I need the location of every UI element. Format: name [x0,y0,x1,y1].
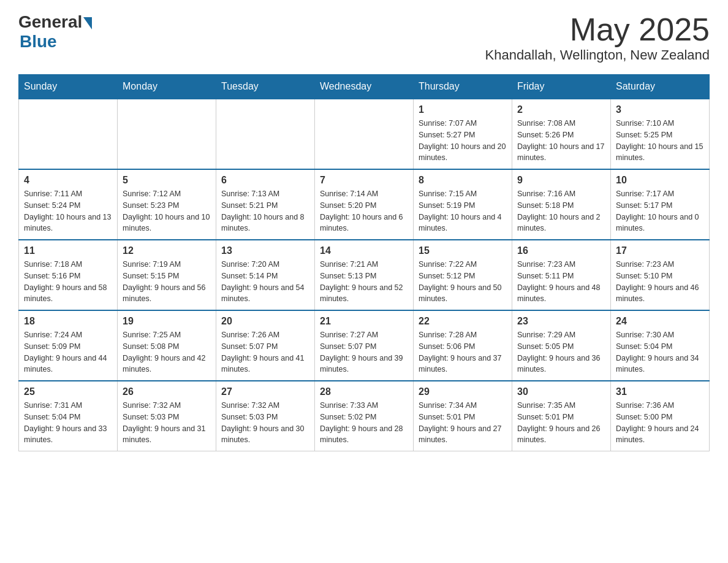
day-info: Sunrise: 7:13 AM Sunset: 5:21 PM Dayligh… [221,188,309,234]
weekday-header-tuesday: Tuesday [216,75,315,99]
day-number: 24 [616,316,704,327]
location-title: Khandallah, Wellington, New Zealand [485,47,710,63]
calendar-cell: 23Sunrise: 7:29 AM Sunset: 5:05 PM Dayli… [512,310,611,381]
day-info: Sunrise: 7:30 AM Sunset: 5:04 PM Dayligh… [616,329,704,375]
title-block: May 2025 Khandallah, Wellington, New Zea… [485,12,710,63]
calendar-cell: 25Sunrise: 7:31 AM Sunset: 5:04 PM Dayli… [19,381,118,451]
day-number: 15 [419,245,507,256]
day-info: Sunrise: 7:32 AM Sunset: 5:03 PM Dayligh… [123,400,211,446]
day-info: Sunrise: 7:34 AM Sunset: 5:01 PM Dayligh… [419,400,507,446]
calendar-header-row: SundayMondayTuesdayWednesdayThursdayFrid… [19,75,710,99]
calendar-cell: 30Sunrise: 7:35 AM Sunset: 5:01 PM Dayli… [512,381,611,451]
week-row-4: 25Sunrise: 7:31 AM Sunset: 5:04 PM Dayli… [19,381,710,451]
day-number: 21 [320,316,408,327]
day-info: Sunrise: 7:31 AM Sunset: 5:04 PM Dayligh… [24,400,112,446]
weekday-header-saturday: Saturday [611,75,710,99]
day-info: Sunrise: 7:23 AM Sunset: 5:11 PM Dayligh… [517,259,605,305]
day-info: Sunrise: 7:21 AM Sunset: 5:13 PM Dayligh… [320,259,408,305]
day-info: Sunrise: 7:12 AM Sunset: 5:23 PM Dayligh… [123,188,211,234]
calendar-cell: 20Sunrise: 7:26 AM Sunset: 5:07 PM Dayli… [216,310,315,381]
day-number: 1 [419,104,507,115]
calendar-cell: 21Sunrise: 7:27 AM Sunset: 5:07 PM Dayli… [315,310,414,381]
day-number: 19 [123,316,211,327]
day-number: 8 [419,175,507,186]
calendar-cell: 24Sunrise: 7:30 AM Sunset: 5:04 PM Dayli… [611,310,710,381]
page-header: General Blue May 2025 Khandallah, Wellin… [18,12,710,63]
day-number: 30 [517,386,605,397]
calendar-cell: 14Sunrise: 7:21 AM Sunset: 5:13 PM Dayli… [315,240,414,310]
week-row-2: 11Sunrise: 7:18 AM Sunset: 5:16 PM Dayli… [19,240,710,310]
calendar-cell [19,99,118,169]
day-number: 31 [616,386,704,397]
day-number: 9 [517,175,605,186]
day-info: Sunrise: 7:16 AM Sunset: 5:18 PM Dayligh… [517,188,605,234]
calendar-cell: 1Sunrise: 7:07 AM Sunset: 5:27 PM Daylig… [414,99,512,169]
calendar-cell [315,99,414,169]
day-number: 7 [320,175,408,186]
day-info: Sunrise: 7:35 AM Sunset: 5:01 PM Dayligh… [517,400,605,446]
weekday-header-wednesday: Wednesday [315,75,414,99]
day-number: 22 [419,316,507,327]
day-info: Sunrise: 7:19 AM Sunset: 5:15 PM Dayligh… [123,259,211,305]
day-info: Sunrise: 7:26 AM Sunset: 5:07 PM Dayligh… [221,329,309,375]
calendar-cell: 26Sunrise: 7:32 AM Sunset: 5:03 PM Dayli… [118,381,216,451]
day-info: Sunrise: 7:07 AM Sunset: 5:27 PM Dayligh… [419,118,507,164]
day-number: 29 [419,386,507,397]
logo-general-text: General [18,12,82,32]
calendar-cell: 7Sunrise: 7:14 AM Sunset: 5:20 PM Daylig… [315,169,414,240]
day-info: Sunrise: 7:27 AM Sunset: 5:07 PM Dayligh… [320,329,408,375]
logo-blue-text: Blue [20,32,57,52]
day-info: Sunrise: 7:33 AM Sunset: 5:02 PM Dayligh… [320,400,408,446]
calendar-cell: 18Sunrise: 7:24 AM Sunset: 5:09 PM Dayli… [19,310,118,381]
day-number: 25 [24,386,112,397]
day-info: Sunrise: 7:14 AM Sunset: 5:20 PM Dayligh… [320,188,408,234]
day-info: Sunrise: 7:25 AM Sunset: 5:08 PM Dayligh… [123,329,211,375]
day-number: 4 [24,175,112,186]
day-number: 3 [616,104,704,115]
weekday-header-friday: Friday [512,75,611,99]
day-info: Sunrise: 7:22 AM Sunset: 5:12 PM Dayligh… [419,259,507,305]
calendar-cell: 9Sunrise: 7:16 AM Sunset: 5:18 PM Daylig… [512,169,611,240]
day-number: 26 [123,386,211,397]
calendar-cell: 22Sunrise: 7:28 AM Sunset: 5:06 PM Dayli… [414,310,512,381]
day-info: Sunrise: 7:15 AM Sunset: 5:19 PM Dayligh… [419,188,507,234]
day-number: 16 [517,245,605,256]
calendar-cell: 19Sunrise: 7:25 AM Sunset: 5:08 PM Dayli… [118,310,216,381]
calendar-cell: 10Sunrise: 7:17 AM Sunset: 5:17 PM Dayli… [611,169,710,240]
calendar-cell: 3Sunrise: 7:10 AM Sunset: 5:25 PM Daylig… [611,99,710,169]
calendar-cell: 15Sunrise: 7:22 AM Sunset: 5:12 PM Dayli… [414,240,512,310]
calendar-cell: 5Sunrise: 7:12 AM Sunset: 5:23 PM Daylig… [118,169,216,240]
weekday-header-monday: Monday [118,75,216,99]
weekday-header-thursday: Thursday [414,75,512,99]
day-number: 14 [320,245,408,256]
month-title: May 2025 [485,12,710,47]
weekday-header-sunday: Sunday [19,75,118,99]
day-info: Sunrise: 7:18 AM Sunset: 5:16 PM Dayligh… [24,259,112,305]
calendar-cell: 8Sunrise: 7:15 AM Sunset: 5:19 PM Daylig… [414,169,512,240]
day-number: 6 [221,175,309,186]
day-info: Sunrise: 7:32 AM Sunset: 5:03 PM Dayligh… [221,400,309,446]
day-number: 12 [123,245,211,256]
day-number: 10 [616,175,704,186]
calendar-cell: 29Sunrise: 7:34 AM Sunset: 5:01 PM Dayli… [414,381,512,451]
calendar-cell: 2Sunrise: 7:08 AM Sunset: 5:26 PM Daylig… [512,99,611,169]
day-info: Sunrise: 7:29 AM Sunset: 5:05 PM Dayligh… [517,329,605,375]
day-number: 20 [221,316,309,327]
day-info: Sunrise: 7:36 AM Sunset: 5:00 PM Dayligh… [616,400,704,446]
day-number: 23 [517,316,605,327]
calendar-cell: 28Sunrise: 7:33 AM Sunset: 5:02 PM Dayli… [315,381,414,451]
calendar-cell: 4Sunrise: 7:11 AM Sunset: 5:24 PM Daylig… [19,169,118,240]
calendar-cell: 13Sunrise: 7:20 AM Sunset: 5:14 PM Dayli… [216,240,315,310]
day-info: Sunrise: 7:23 AM Sunset: 5:10 PM Dayligh… [616,259,704,305]
calendar-cell [216,99,315,169]
calendar-cell: 11Sunrise: 7:18 AM Sunset: 5:16 PM Dayli… [19,240,118,310]
week-row-1: 4Sunrise: 7:11 AM Sunset: 5:24 PM Daylig… [19,169,710,240]
calendar-cell: 27Sunrise: 7:32 AM Sunset: 5:03 PM Dayli… [216,381,315,451]
day-number: 18 [24,316,112,327]
day-info: Sunrise: 7:28 AM Sunset: 5:06 PM Dayligh… [419,329,507,375]
day-info: Sunrise: 7:17 AM Sunset: 5:17 PM Dayligh… [616,188,704,234]
day-number: 2 [517,104,605,115]
day-info: Sunrise: 7:10 AM Sunset: 5:25 PM Dayligh… [616,118,704,164]
day-number: 13 [221,245,309,256]
day-number: 5 [123,175,211,186]
